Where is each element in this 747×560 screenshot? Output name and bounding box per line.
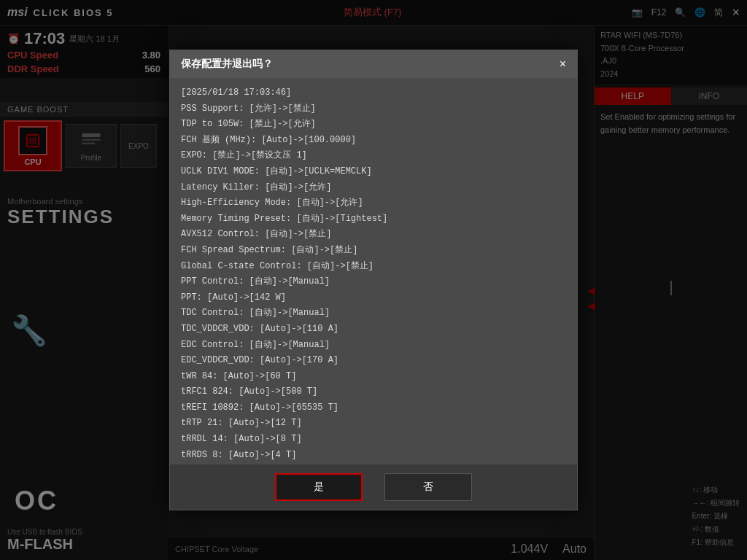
modal-footer: 是 否: [170, 464, 577, 510]
change-item: PSS Support: [允许]->[禁止]: [181, 101, 566, 117]
modal-content: [2025/01/18 17:03:46]PSS Support: [允许]->…: [170, 78, 577, 464]
change-item: EXPO: [禁止]->[禁设文压 1]: [181, 148, 566, 164]
change-item: AVX512 Control: [自动]->[禁止]: [181, 227, 566, 243]
change-item: UCLK DIV1 MODE: [自动]->[UCLK=MEMCLK]: [181, 164, 566, 180]
change-item: tRRDL 14: [Auto]->[8 T]: [181, 432, 566, 448]
change-item: tWR 84: [Auto]->[60 T]: [181, 369, 566, 385]
modal-overlay: 保存配置并退出吗？ × [2025/01/18 17:03:46]PSS Sup…: [0, 0, 747, 560]
no-button[interactable]: 否: [384, 473, 472, 501]
modal-title: 保存配置并退出吗？: [181, 58, 273, 71]
change-item: [2025/01/18 17:03:46]: [181, 85, 566, 101]
change-item: Memory Timing Preset: [自动]->[Tightest]: [181, 211, 566, 228]
change-item: tRTP 21: [Auto]->[12 T]: [181, 416, 566, 432]
change-item: FCH Spread Spectrum: [自动]->[禁止]: [181, 243, 566, 259]
change-item: PPT Control: [自动]->[Manual]: [181, 274, 566, 290]
change-item: Latency Killer: [自动]->[允许]: [181, 180, 566, 196]
change-item: PPT: [Auto]->[142 W]: [181, 290, 566, 306]
change-item: tREFI 10892: [Auto]->[65535 T]: [181, 400, 566, 416]
change-item: tRFC1 824: [Auto]->[500 T]: [181, 384, 566, 400]
modal-header: 保存配置并退出吗？ ×: [170, 50, 577, 78]
change-item: TDC Control: [自动]->[Manual]: [181, 306, 566, 322]
change-item: FCH 基频 (MHz): [Auto]->[100.0000]: [181, 133, 566, 149]
change-item: TDC_VDDCR_VDD: [Auto]->[110 A]: [181, 322, 566, 338]
change-item: EDC Control: [自动]->[Manual]: [181, 338, 566, 354]
change-item: EDC_VDDCR_VDD: [Auto]->[170 A]: [181, 353, 566, 369]
change-item: tRRDS 8: [Auto]->[4 T]: [181, 448, 566, 461]
change-item: High-Efficiency Mode: [自动]->[允许]: [181, 195, 566, 211]
yes-button[interactable]: 是: [275, 473, 363, 501]
change-item: TDP to 105W: [禁止]->[允许]: [181, 117, 566, 133]
modal-close-button[interactable]: ×: [560, 58, 566, 70]
save-exit-modal: 保存配置并退出吗？ × [2025/01/18 17:03:46]PSS Sup…: [169, 50, 578, 510]
change-item: Global C-state Control: [自动]->[禁止]: [181, 259, 566, 275]
changes-list[interactable]: [2025/01/18 17:03:46]PSS Support: [允许]->…: [174, 82, 573, 461]
